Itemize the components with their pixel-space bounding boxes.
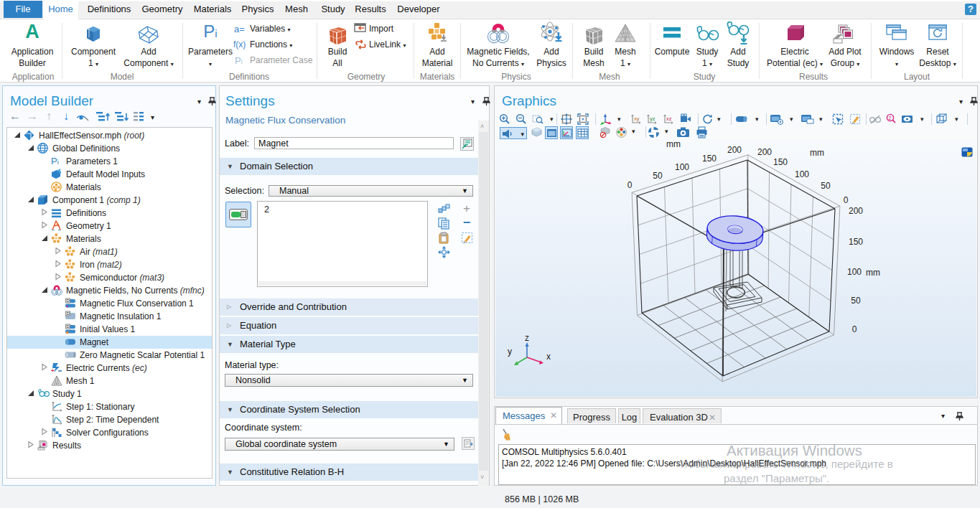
- svg-text:xy: xy: [634, 116, 640, 122]
- svg-text:D: D: [67, 311, 70, 316]
- svg-text:+: +: [51, 367, 55, 373]
- svg-text:yz: yz: [650, 116, 655, 122]
- svg-text:D: D: [67, 298, 70, 303]
- svg-text:y: y: [508, 347, 512, 357]
- svg-text:D: D: [67, 324, 70, 329]
- svg-text:xz: xz: [666, 116, 672, 122]
- svg-text:2: 2: [888, 115, 892, 121]
- svg-text:z: z: [525, 333, 529, 343]
- svg-text:x: x: [546, 352, 551, 362]
